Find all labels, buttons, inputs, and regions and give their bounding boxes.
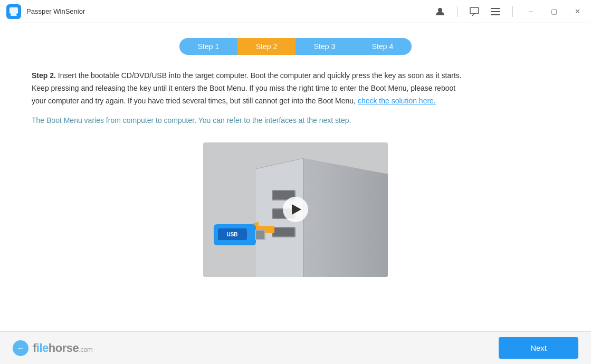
video-box[interactable]: USB <box>203 142 388 277</box>
logo-ile: ile <box>36 341 49 355</box>
svg-rect-2 <box>11 15 17 16</box>
step-label: Step 2. <box>32 71 56 80</box>
main-content: Step 1 Step 2 Step 3 Step 4 Step 2. Inse… <box>0 23 591 331</box>
svg-marker-10 <box>303 158 388 277</box>
titlebar: Passper WinSenior – ▢ ✕ <box>0 0 591 23</box>
titlebar-controls: – ▢ ✕ <box>434 4 585 19</box>
svg-rect-23 <box>256 231 264 239</box>
svg-rect-17 <box>273 228 294 236</box>
svg-text:USB: USB <box>226 232 237 237</box>
app-title: Passper WinSenior <box>26 7 434 15</box>
video-container: USB <box>32 142 559 277</box>
footer: ← filehorse.com Next <box>0 331 591 364</box>
close-button[interactable]: ✕ <box>570 4 585 19</box>
account-icon[interactable] <box>434 5 446 18</box>
back-icon[interactable]: ← <box>13 340 28 356</box>
svg-rect-7 <box>491 14 500 15</box>
steps-container: Step 1 Step 2 Step 3 Step 4 <box>32 38 559 55</box>
step-2-button[interactable]: Step 2 <box>237 38 296 55</box>
step-1-button[interactable]: Step 1 <box>179 38 237 55</box>
chat-icon[interactable] <box>468 5 481 18</box>
footer-logo-text: filehorse.com <box>33 341 92 355</box>
logo-horse: horse <box>49 341 79 355</box>
svg-rect-6 <box>491 11 500 12</box>
step-3-button[interactable]: Step 3 <box>296 38 354 55</box>
app-logo <box>6 4 21 19</box>
play-button[interactable] <box>283 197 308 222</box>
svg-rect-1 <box>11 14 16 15</box>
menu-icon[interactable] <box>489 5 502 18</box>
next-button[interactable]: Next <box>499 337 578 359</box>
minimize-button[interactable]: – <box>523 4 538 19</box>
restore-button[interactable]: ▢ <box>547 4 561 19</box>
step-4-button[interactable]: Step 4 <box>354 38 412 55</box>
svg-rect-4 <box>470 7 479 14</box>
separator <box>457 6 457 17</box>
svg-rect-5 <box>491 8 500 9</box>
footer-logo: ← filehorse.com <box>13 340 92 356</box>
step-description: Step 2. Insert the bootable CD/DVD/USB i… <box>32 70 464 107</box>
solution-link[interactable]: check the solution here. <box>358 97 436 105</box>
svg-rect-0 <box>9 7 18 14</box>
logo-f: f <box>33 341 36 355</box>
separator2 <box>512 6 513 17</box>
logo-com: .com <box>79 346 92 353</box>
svg-point-3 <box>438 8 442 12</box>
sub-description: The Boot Menu varies from computer to co… <box>32 114 559 126</box>
